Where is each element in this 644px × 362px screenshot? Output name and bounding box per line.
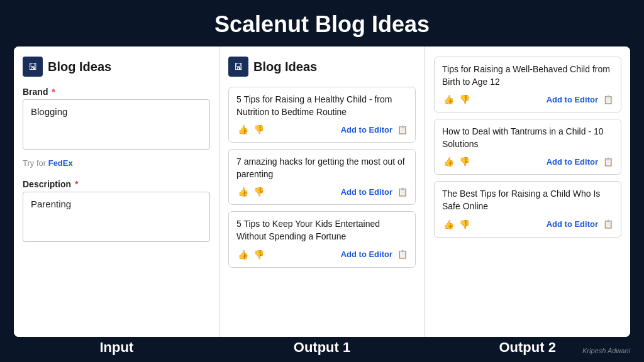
idea-text-6: The Best Tips for Raising a Child Who Is… [442,188,613,212]
idea-card-6: The Best Tips for Raising a Child Who Is… [434,181,621,237]
idea-actions-2: 👍 👎 Add to Editor 📋 [236,185,408,198]
blog-ideas-icon: 🖫 [23,57,43,77]
dislike-btn-5[interactable]: 👎 [458,155,471,168]
idea-actions-4: 👍 👎 Add to Editor 📋 [442,93,613,106]
like-dislike-6: 👍 👎 [442,218,471,231]
add-to-editor-btn-2[interactable]: Add to Editor [341,187,392,197]
idea-text-3: 5 Tips to Keep Your Kids Entertained Wit… [236,218,408,243]
dislike-btn-4[interactable]: 👎 [458,93,471,106]
idea-text-2: 7 amazing hacks for getting the most out… [236,156,408,180]
idea-actions-3: 👍 👎 Add to Editor 📋 [236,248,408,261]
col-label-row: Input Output 1 Output 2 [14,339,630,362]
idea-card-1: 5 Tips for Raising a Healthy Child - fro… [228,87,416,143]
brand-input[interactable]: Blogging [23,99,210,150]
idea-text-1: 5 Tips for Raising a Healthy Child - fro… [236,94,408,118]
like-dislike-5: 👍 👎 [442,155,471,168]
col-label-input: Input [14,339,219,356]
output1-column: 🖫 Blog Ideas 5 Tips for Raising a Health… [219,47,425,337]
output1-blog-icon: 🖫 [228,57,248,77]
idea-actions-1: 👍 👎 Add to Editor 📋 [236,123,408,136]
idea-actions-6: 👍 👎 Add to Editor 📋 [442,218,613,231]
copy-icon-5[interactable]: 📋 [603,157,613,167]
description-required: * [72,179,78,189]
idea-card-3: 5 Tips to Keep Your Kids Entertained Wit… [228,211,416,267]
add-to-editor-btn-3[interactable]: Add to Editor [341,250,392,259]
dislike-btn-2[interactable]: 👎 [252,185,265,198]
col-label-output1: Output 1 [219,339,425,356]
like-btn-5[interactable]: 👍 [442,155,455,168]
description-input[interactable]: Parenting [23,192,210,242]
dislike-btn-1[interactable]: 👎 [252,123,265,136]
description-field: Description * Parenting [23,179,210,242]
copy-icon-2[interactable]: 📋 [397,187,408,197]
output1-col-title: Blog Ideas [253,60,317,74]
input-col-header: 🖫 Blog Ideas [23,57,210,77]
dislike-btn-3[interactable]: 👎 [252,248,265,261]
like-btn-6[interactable]: 👍 [442,218,455,231]
idea-text-5: How to Deal with Tantrums in a Child - 1… [442,126,613,150]
like-btn-1[interactable]: 👍 [236,123,250,136]
like-dislike-4: 👍 👎 [442,93,471,106]
like-btn-4[interactable]: 👍 [442,93,455,106]
add-to-editor-btn-6[interactable]: Add to Editor [547,219,598,229]
like-btn-2[interactable]: 👍 [236,185,250,198]
fedex-link[interactable]: FedEx [48,158,73,168]
add-to-editor-btn-4[interactable]: Add to Editor [547,95,598,104]
copy-icon-4[interactable]: 📋 [603,95,613,104]
idea-card-2: 7 amazing hacks for getting the most out… [228,149,416,205]
output1-col-header: 🖫 Blog Ideas [228,57,416,77]
watermark: Kripesh Adwani [582,347,630,354]
page-title: Scalenut Blog Ideas [0,0,644,47]
idea-text-4: Tips for Raising a Well-Behaved Child fr… [442,63,613,88]
output2-column: Tips for Raising a Well-Behaved Child fr… [425,47,630,337]
copy-icon-1[interactable]: 📋 [397,125,408,134]
dislike-btn-6[interactable]: 👎 [458,218,471,231]
add-to-editor-btn-5[interactable]: Add to Editor [547,157,598,167]
like-dislike-1: 👍 👎 [236,123,265,136]
add-to-editor-btn-1[interactable]: Add to Editor [341,125,392,134]
description-label: Description * [23,179,210,189]
input-column: 🖫 Blog Ideas Brand * Blogging Try for Fe… [14,47,219,337]
brand-required: * [49,87,55,97]
brand-field: Brand * Blogging [23,87,210,150]
copy-icon-6[interactable]: 📋 [603,219,613,229]
like-dislike-3: 👍 👎 [236,248,265,261]
idea-card-4: Tips for Raising a Well-Behaved Child fr… [434,57,621,112]
idea-actions-5: 👍 👎 Add to Editor 📋 [442,155,613,168]
brand-label: Brand * [23,87,210,97]
idea-card-5: How to Deal with Tantrums in a Child - 1… [434,119,621,175]
try-for-text: Try for FedEx [23,158,210,168]
input-col-title: Blog Ideas [48,60,111,74]
like-btn-3[interactable]: 👍 [236,248,250,261]
copy-icon-3[interactable]: 📋 [397,250,408,259]
columns-wrapper: 🖫 Blog Ideas Brand * Blogging Try for Fe… [14,47,630,337]
like-dislike-2: 👍 👎 [236,185,265,198]
